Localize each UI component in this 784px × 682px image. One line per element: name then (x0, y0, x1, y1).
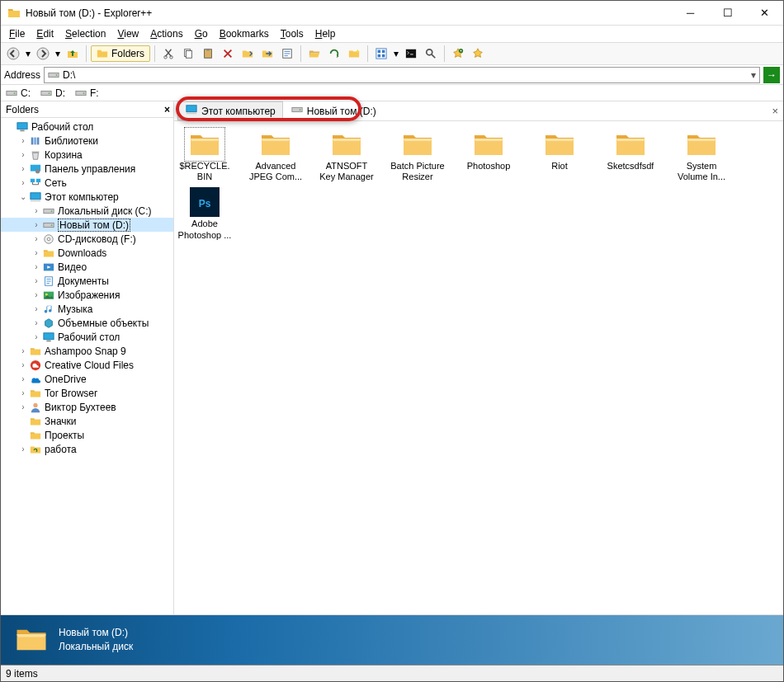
tree-expander[interactable]: › (31, 304, 42, 313)
tree-expander[interactable]: › (17, 164, 29, 173)
new-folder-button[interactable] (345, 45, 363, 63)
tree-node[interactable]: ›Документы (1, 274, 173, 288)
tree-node[interactable]: ›работа (1, 442, 173, 456)
tab[interactable]: Новый том (D:) (283, 101, 384, 120)
move-to-button[interactable] (258, 45, 276, 63)
file-item[interactable]: PsAdobe Photoshop ... (177, 186, 232, 240)
menu-go[interactable]: Go (190, 26, 213, 41)
tree-expander[interactable]: › (31, 220, 42, 229)
folders-toggle[interactable]: Folders (91, 45, 150, 62)
tree-node[interactable]: ›Музыка (1, 302, 173, 316)
menu-edit[interactable]: Edit (31, 26, 59, 41)
address-input-wrap[interactable]: ▾ (44, 67, 760, 83)
file-item[interactable]: ATNSOFT Key Manager (319, 128, 374, 182)
tree-node[interactable]: ›Ashampoo Snap 9 (1, 344, 173, 358)
folders-pane-close[interactable]: × (164, 104, 170, 115)
drive-F[interactable]: F: (75, 87, 99, 99)
tree-expander[interactable]: › (31, 290, 42, 299)
file-item[interactable]: Advanced JPEG Com... (248, 128, 303, 182)
menu-help[interactable]: Help (310, 26, 341, 41)
copy-button[interactable] (179, 45, 197, 63)
menu-bookmarks[interactable]: Bookmarks (215, 26, 274, 41)
file-item[interactable]: Riot (532, 128, 587, 182)
tree-node[interactable]: ›Видео (1, 260, 173, 274)
back-button[interactable] (4, 45, 22, 63)
tree-node[interactable]: ›Downloads (1, 246, 173, 260)
tree-expander[interactable]: › (31, 332, 42, 341)
maximize-button[interactable]: ☐ (709, 1, 746, 26)
menu-selection[interactable]: Selection (60, 26, 111, 41)
tab-close-button[interactable]: × (772, 105, 778, 117)
forward-button[interactable] (34, 45, 52, 63)
menu-view[interactable]: View (112, 26, 144, 41)
tree-expander[interactable]: › (17, 150, 29, 159)
tree-expander[interactable]: › (17, 360, 29, 369)
tree-expander[interactable]: › (31, 276, 42, 285)
file-item[interactable]: $RECYCLE.BIN (177, 128, 232, 182)
tree-expander[interactable]: › (31, 206, 42, 215)
back-dropdown[interactable]: ▾ (24, 45, 32, 63)
tree-node[interactable]: ›Панель управления (1, 162, 173, 176)
tree-node[interactable]: Значки (1, 414, 173, 428)
delete-button[interactable] (219, 45, 237, 63)
file-item[interactable]: Sketcsdfsdf (603, 128, 658, 182)
tree-expander[interactable]: ⌄ (17, 192, 29, 201)
file-item[interactable]: Photoshop (461, 128, 516, 182)
file-item[interactable]: System Volume In... (674, 128, 729, 182)
copy-to-button[interactable] (239, 45, 257, 63)
menu-file[interactable]: File (4, 26, 30, 41)
file-grid[interactable]: $RECYCLE.BINAdvanced JPEG Com...ATNSOFT … (174, 121, 783, 614)
open-folder-button[interactable] (305, 45, 324, 63)
search-button[interactable] (422, 45, 440, 63)
menu-tools[interactable]: Tools (276, 26, 309, 41)
tree-node[interactable]: ›Локальный диск (C:) (1, 204, 173, 218)
cut-button[interactable] (159, 45, 177, 63)
tree-expander[interactable]: › (17, 402, 29, 412)
tree-node[interactable]: ›OneDrive (1, 372, 173, 386)
minimize-button[interactable]: ─ (672, 1, 709, 26)
tree-expander[interactable]: › (31, 234, 42, 243)
tree-expander[interactable]: › (17, 374, 29, 383)
bookmarks-button[interactable] (469, 45, 487, 63)
tree-node[interactable]: ›Виктор Бухтеев (1, 400, 173, 414)
tree-node[interactable]: ›Сеть (1, 176, 173, 190)
tree-expander[interactable]: › (17, 136, 29, 145)
terminal-button[interactable] (402, 45, 420, 63)
tree-expander[interactable]: › (31, 248, 42, 257)
tree-node[interactable]: ⌄Этот компьютер (1, 190, 173, 204)
drive-C[interactable]: C: (6, 87, 31, 99)
tree-expander[interactable]: › (17, 388, 29, 397)
go-button[interactable]: → (763, 67, 780, 83)
file-item[interactable]: Batch Picture Resizer (390, 128, 445, 182)
tree-node[interactable]: ›Новый том (D:) (1, 218, 173, 232)
address-dropdown[interactable]: ▾ (751, 69, 756, 81)
add-bookmark-button[interactable] (449, 45, 467, 63)
drive-D[interactable]: D: (40, 87, 65, 99)
paste-button[interactable] (199, 45, 217, 63)
tree-node[interactable]: Проекты (1, 428, 173, 442)
tree-node[interactable]: ›Рабочий стол (1, 330, 173, 344)
folder-tree[interactable]: Рабочий стол›Библиотеки›Корзина›Панель у… (1, 118, 173, 614)
menu-actions[interactable]: Actions (145, 26, 187, 41)
tree-expander[interactable]: › (17, 444, 29, 454)
close-button[interactable]: ✕ (746, 1, 783, 26)
tree-node[interactable]: Рабочий стол (1, 120, 173, 134)
tree-expander[interactable]: › (17, 346, 29, 355)
address-input[interactable] (63, 69, 748, 81)
views-dropdown[interactable]: ▾ (392, 45, 400, 63)
tree-expander[interactable]: › (17, 178, 29, 187)
tree-node[interactable]: ›Библиотеки (1, 134, 173, 148)
up-button[interactable] (64, 45, 82, 63)
views-button[interactable] (372, 45, 390, 63)
tree-node[interactable]: ›CD-дисковод (F:) (1, 232, 173, 246)
tree-node[interactable]: ›Изображения (1, 288, 173, 302)
tree-expander[interactable]: › (31, 318, 42, 327)
tree-expander[interactable]: › (31, 262, 42, 271)
properties-button[interactable] (278, 45, 296, 63)
tree-node[interactable]: ›Creative Cloud Files (1, 358, 173, 372)
refresh-button[interactable] (325, 45, 343, 63)
tab[interactable]: Этот компьютер (177, 101, 283, 120)
tree-node[interactable]: ›Объемные объекты (1, 316, 173, 330)
tree-node[interactable]: ›Корзина (1, 148, 173, 162)
tree-node[interactable]: ›Tor Browser (1, 386, 173, 400)
